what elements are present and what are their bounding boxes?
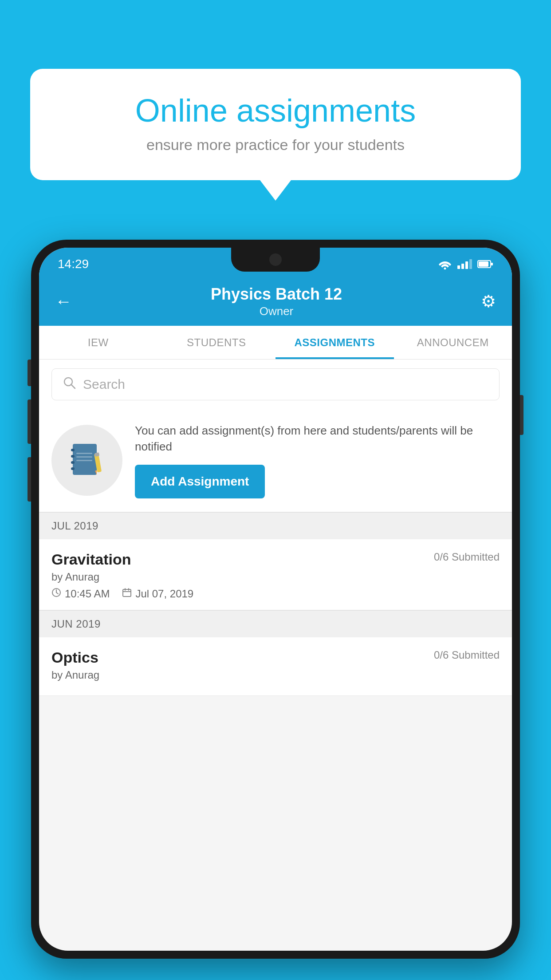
signal-icon <box>457 259 472 269</box>
section-header-jul: JUL 2019 <box>39 512 512 539</box>
svg-rect-6 <box>73 444 97 475</box>
assignment-item-gravitation[interactable]: Gravitation 0/6 Submitted by Anurag <box>39 539 512 610</box>
tab-iew[interactable]: IEW <box>39 326 157 359</box>
batch-title: Physics Batch 12 <box>211 285 342 304</box>
tab-announcements[interactable]: ANNOUNCEM <box>394 326 512 359</box>
search-container: Search <box>39 360 512 409</box>
assignment-author: by Anurag <box>51 571 500 583</box>
assignment-top-row-optics: Optics 0/6 Submitted <box>51 649 500 666</box>
mute-button <box>28 360 31 386</box>
tab-assignments[interactable]: ASSIGNMENTS <box>276 326 394 359</box>
battery-icon <box>477 260 493 269</box>
settings-icon[interactable]: ⚙ <box>481 292 496 311</box>
speech-bubble: Online assignments ensure more practice … <box>30 69 521 180</box>
assignment-submitted: 0/6 Submitted <box>434 551 500 563</box>
add-assignment-button[interactable]: Add Assignment <box>135 465 265 498</box>
volume-down-button <box>28 457 31 502</box>
svg-rect-10 <box>71 467 75 470</box>
wifi-icon <box>438 259 452 269</box>
tab-students[interactable]: STUDENTS <box>157 326 276 359</box>
calendar-icon <box>122 588 132 600</box>
volume-up-button <box>28 399 31 444</box>
svg-rect-2 <box>491 263 493 265</box>
assignment-meta: 10:45 AM Jul 07, 2019 <box>51 588 500 600</box>
power-button <box>520 395 523 435</box>
phone-notch <box>231 248 320 272</box>
svg-point-0 <box>444 268 446 270</box>
phone-screen: 14:29 <box>39 248 512 951</box>
svg-rect-20 <box>123 589 131 597</box>
svg-rect-12 <box>76 456 92 458</box>
tab-bar: IEW STUDENTS ASSIGNMENTS ANNOUNCEM <box>39 326 512 360</box>
meta-time: 10:45 AM <box>51 588 110 600</box>
header-center: Physics Batch 12 Owner <box>211 285 342 318</box>
svg-line-5 <box>71 384 75 388</box>
svg-rect-8 <box>71 455 75 458</box>
bubble-subtitle: ensure more practice for your students <box>57 136 494 154</box>
search-icon <box>63 376 76 393</box>
app-header: ← Physics Batch 12 Owner ⚙ <box>39 277 512 326</box>
meta-date: Jul 07, 2019 <box>122 588 193 600</box>
section-header-jun: JUN 2019 <box>39 610 512 637</box>
search-input-wrapper[interactable]: Search <box>51 368 500 400</box>
svg-rect-7 <box>71 449 75 451</box>
assignment-author-optics: by Anurag <box>51 669 500 681</box>
assignment-submitted-optics: 0/6 Submitted <box>434 649 500 661</box>
phone-frame: 14:29 <box>31 240 520 959</box>
clock-icon <box>51 588 61 600</box>
info-text-area: You can add assignment(s) from here and … <box>135 423 500 498</box>
assignment-title: Gravitation <box>51 551 131 568</box>
info-card: You can add assignment(s) from here and … <box>39 409 512 512</box>
back-button[interactable]: ← <box>55 292 72 311</box>
status-time: 14:29 <box>58 257 89 271</box>
bubble-title: Online assignments <box>57 93 494 128</box>
assignment-item-optics[interactable]: Optics 0/6 Submitted by Anurag <box>39 637 512 696</box>
svg-rect-11 <box>76 453 92 454</box>
phone-camera <box>269 253 282 266</box>
svg-rect-3 <box>479 261 488 267</box>
svg-rect-13 <box>76 460 92 461</box>
assignment-top-row: Gravitation 0/6 Submitted <box>51 551 500 568</box>
svg-rect-9 <box>71 461 75 464</box>
status-icons <box>438 259 493 269</box>
header-subtitle: Owner <box>211 304 342 318</box>
phone-wrapper: 14:29 <box>31 240 520 980</box>
svg-line-19 <box>56 593 58 594</box>
info-description: You can add assignment(s) from here and … <box>135 423 500 455</box>
assignment-title-optics: Optics <box>51 649 98 666</box>
speech-bubble-container: Online assignments ensure more practice … <box>30 69 521 180</box>
notebook-icon <box>69 442 105 479</box>
notebook-circle <box>51 425 122 496</box>
search-placeholder: Search <box>83 377 125 392</box>
